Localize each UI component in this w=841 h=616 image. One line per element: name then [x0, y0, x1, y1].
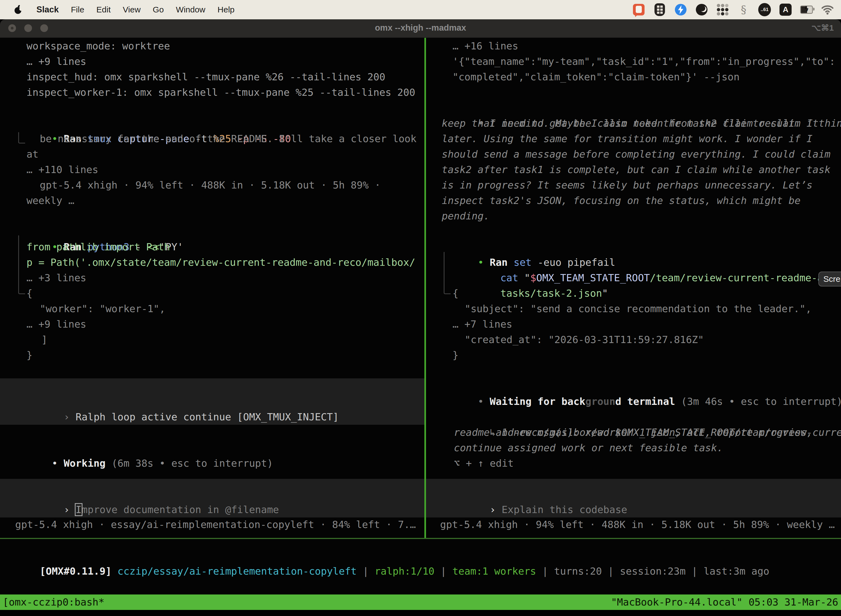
input-placeholder: mprove documentation in @filename	[82, 504, 279, 515]
input-placeholder: Explain this codebase	[502, 504, 627, 515]
json-output-line: }	[453, 348, 459, 363]
window-title: omx --xhigh --madmax	[0, 19, 841, 38]
apple-menu-icon[interactable]	[12, 3, 24, 16]
mailbox-message-line: readme-and-reco/mailbox/worker-1.json, a…	[454, 425, 813, 440]
menu-item-help[interactable]: Help	[217, 5, 234, 14]
thinking-line: inspect task2's JSON, focusing on the st…	[442, 193, 800, 208]
tmux-host-clock: "MacBook-Pro-44.local" 05:03 31-Mar-26	[611, 594, 838, 610]
usage-stats-line: weekly …	[26, 193, 74, 208]
json-output-line: "worker": "worker-1",	[40, 301, 165, 317]
shield-grid-status-icon[interactable]	[653, 3, 666, 16]
window-title-bar: omx --xhigh --madmax ⌥⌘1	[0, 19, 841, 38]
ralph-loop-text: Ralph loop active continue [OMX_TMUX_INJ…	[76, 411, 339, 422]
tmux-session-name: [omx-cczip0:bash*	[3, 594, 104, 610]
usage-stats-line: gpt-5.4 xhigh · 94% left · 488K in · 5.1…	[40, 177, 381, 193]
menu-item-view[interactable]: View	[123, 5, 141, 14]
agent-status-line: gpt-5.4 xhigh · essay/ai-reimplementatio…	[15, 517, 416, 532]
prompt-chevron-icon: ›	[64, 504, 76, 515]
json-output-line: "created_at": "2026-03-31T11:59:27.816Z"	[464, 332, 704, 348]
bullet-icon: •	[478, 396, 489, 407]
omx-session-stats: | turns:20 | session:23m | last:3m ago	[536, 566, 769, 577]
json-output-line: {	[26, 286, 32, 301]
omx-ralph-counter: ralph:1/10	[375, 566, 435, 577]
chat-bubble-status-icon[interactable]	[632, 3, 645, 16]
wifi-icon[interactable]	[821, 3, 834, 16]
prompt-chevron-icon: ›	[490, 504, 502, 515]
prompt-input-left[interactable]: › Improve documentation in @filename	[0, 479, 424, 518]
agent-status-line: gpt-5.4 xhigh · 94% left · 488K in · 5.1…	[440, 517, 835, 532]
json-output-line: "subject": "send a concise recommendatio…	[464, 301, 812, 317]
menu-item-edit[interactable]: Edit	[96, 5, 111, 14]
thinking-line: should send a message before completing …	[442, 147, 831, 162]
terminal-window: omx --xhigh --madmax ⌥⌘1 workspace_mode:…	[0, 19, 841, 616]
json-arg-line: "completed","claim_token":"claim-token"}…	[453, 69, 740, 85]
menu-item-go[interactable]: Go	[153, 5, 164, 14]
python-code-line: p = Path('.omx/state/team/review-current…	[26, 255, 415, 270]
output-corner-connector	[18, 132, 25, 144]
pane-divider-horizontal	[0, 538, 841, 539]
collapsed-lines-indicator: … +9 lines	[26, 317, 86, 332]
window-shortcut-hint: ⌥⌘1	[812, 19, 834, 38]
badge-61-icon[interactable]: ..61	[758, 3, 771, 16]
thinking-line: later. Using the same for transition mig…	[442, 131, 813, 147]
collapsed-lines-indicator: … +7 lines	[453, 317, 512, 332]
json-arg-line: '{"team_name":"my-team","task_id":"1","f…	[453, 54, 835, 69]
dots-grid-icon[interactable]	[716, 3, 729, 16]
command-output-line: at	[26, 147, 38, 162]
text-cursor: I	[76, 504, 82, 515]
command-output-line: be necessary for the end of the README. …	[40, 131, 416, 147]
bullet-icon: •	[51, 458, 63, 469]
ralph-loop-banner: › Ralph loop active continue [OMX_TMUX_I…	[0, 378, 424, 425]
right-agent-pane[interactable]: … +16 lines '{"team_name":"my-team","tas…	[426, 38, 841, 539]
json-output-line: {	[453, 286, 459, 301]
omx-team-workers: team:1 workers	[453, 566, 536, 577]
prompt-input-right[interactable]: › Explain this codebase	[426, 479, 841, 518]
menu-item-window[interactable]: Window	[176, 5, 205, 14]
output-corner-connector	[444, 252, 451, 294]
tmux-status-bar: [omx-cczip0:bash* "MacBook-Pro-44.local"…	[0, 594, 841, 610]
terminal-line: inspect_worker-1: omx sparkshell --tmux-…	[26, 85, 415, 100]
edit-shortcut-hint: ⌥ + ↑ edit	[454, 456, 514, 471]
menu-item-file[interactable]: File	[71, 5, 84, 14]
squiggle-status-icon[interactable]: §	[737, 3, 750, 16]
window-footer	[0, 610, 841, 616]
terminal-line: inspect_hud: omx sparkshell --tmux-pane …	[26, 69, 385, 85]
battery-icon[interactable]: ϟ	[800, 3, 813, 16]
thinking-line: task2 after task1 is complete, but can I…	[442, 162, 831, 177]
screen-tooltip: Scre	[818, 271, 841, 286]
json-output-line: ]	[41, 332, 47, 348]
output-corner-connector	[18, 235, 25, 294]
collapsed-lines-indicator: … +3 lines	[26, 270, 86, 286]
thinking-line: keep that in mind. Maybe I also need the…	[442, 116, 818, 131]
blue-bolt-badge-icon[interactable]	[674, 3, 687, 16]
terminal-line: workspace_mode: worktree	[26, 38, 170, 54]
collapsed-lines-indicator: … +9 lines	[26, 54, 86, 69]
crescent-circle-icon[interactable]	[695, 3, 708, 16]
collapsed-lines-indicator: … +110 lines	[26, 162, 98, 177]
menu-bar: Slack File Edit View Go Window Help	[0, 0, 841, 19]
thinking-line: is in progress? It seems likely but perh…	[442, 177, 813, 193]
omx-status-bar: [OMX#0.11.9] cczip/essay/ai-reimplementa…	[4, 548, 769, 594]
omx-project: cczip/essay/ai-reimplementation-copyleft	[117, 566, 357, 577]
json-output-line: }	[26, 348, 32, 363]
python-code-line: from pathlib import Path	[26, 239, 170, 255]
menu-app-name[interactable]: Slack	[37, 5, 59, 15]
collapsed-lines-indicator: … +16 lines	[453, 38, 518, 54]
letter-a-icon[interactable]: A	[779, 3, 792, 16]
pane-divider-vertical[interactable]	[424, 38, 426, 539]
terminal-content: workspace_mode: worktree … +9 lines insp…	[0, 38, 841, 594]
omx-version: [OMX#0.11.9]	[40, 566, 117, 577]
thinking-line: pending.	[442, 208, 489, 224]
left-agent-pane[interactable]: workspace_mode: worktree … +9 lines insp…	[0, 38, 424, 539]
mailbox-message-line: continue assigned work or next feasible …	[454, 440, 723, 456]
prompt-chevron-icon: ›	[64, 411, 76, 422]
